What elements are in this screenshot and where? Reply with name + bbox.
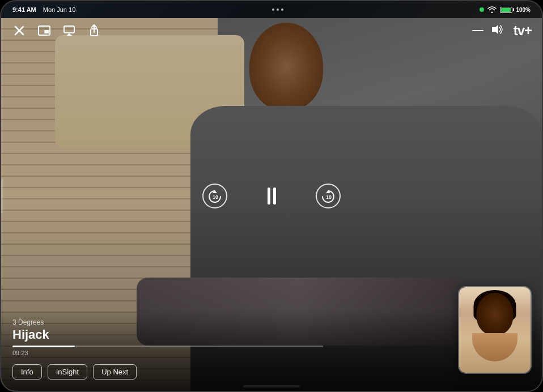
facetime-video	[459, 287, 531, 373]
status-date: Mon Jun 10	[43, 6, 75, 13]
airplay-button[interactable]	[61, 23, 77, 39]
share-button[interactable]	[86, 23, 102, 39]
battery-percent: 100%	[516, 7, 531, 13]
info-button[interactable]: Info	[12, 364, 42, 380]
pip-button[interactable]	[36, 23, 52, 39]
center-controls: 10 10	[202, 184, 341, 208]
apple-tv-logo: tv+	[512, 23, 532, 39]
pause-icon	[268, 188, 276, 204]
forward-button[interactable]: 10	[316, 184, 341, 208]
svg-marker-5	[66, 33, 72, 36]
svg-marker-8	[492, 25, 498, 34]
pip-icon	[38, 25, 50, 36]
svg-text:10: 10	[326, 194, 332, 200]
status-bar: 9:41 AM Mon Jun 10 100%	[1, 1, 542, 18]
close-button[interactable]	[11, 23, 27, 39]
status-green-dot	[480, 7, 484, 12]
svg-rect-3	[44, 30, 49, 33]
share-icon	[89, 24, 99, 37]
show-title: Hijack	[12, 327, 531, 342]
tv-plus-text: tv+	[514, 23, 532, 39]
three-dots	[272, 8, 283, 11]
volume-button[interactable]	[491, 24, 504, 37]
progress-bar-container[interactable]	[12, 346, 323, 347]
facetime-overlay[interactable]	[458, 286, 532, 374]
bottom-buttons: Info InSight Up Next	[12, 364, 531, 380]
forward-icon: 10	[321, 189, 336, 203]
ipad-frame: 9:41 AM Mon Jun 10 100%	[0, 0, 543, 392]
rewind-icon: 10	[207, 189, 222, 203]
progress-bar-fill	[12, 346, 75, 347]
up-next-button[interactable]: Up Next	[93, 364, 137, 380]
facetime-person-head	[477, 293, 514, 335]
top-left-controls	[11, 23, 102, 39]
rewind-button[interactable]: 10	[202, 184, 227, 208]
svg-rect-4	[64, 26, 74, 33]
volume-icon	[491, 24, 504, 35]
battery-fill	[501, 8, 510, 12]
status-right: 100%	[480, 6, 531, 13]
show-subtitle: 3 Degrees	[12, 318, 531, 326]
volume-line	[472, 30, 483, 31]
status-center	[272, 8, 283, 11]
time-display: 09:23	[12, 350, 531, 356]
pause-button[interactable]	[261, 186, 282, 206]
top-right-controls: tv+	[472, 23, 532, 39]
status-left: 9:41 AM Mon Jun 10	[12, 6, 75, 13]
close-icon	[14, 25, 24, 36]
status-time: 9:41 AM	[12, 6, 36, 13]
battery-icon	[500, 7, 512, 13]
svg-text:10: 10	[213, 194, 218, 200]
airplay-icon	[63, 25, 75, 36]
wifi-icon	[487, 6, 497, 13]
facetime-person-body	[472, 333, 517, 361]
insight-button[interactable]: InSight	[48, 364, 87, 380]
